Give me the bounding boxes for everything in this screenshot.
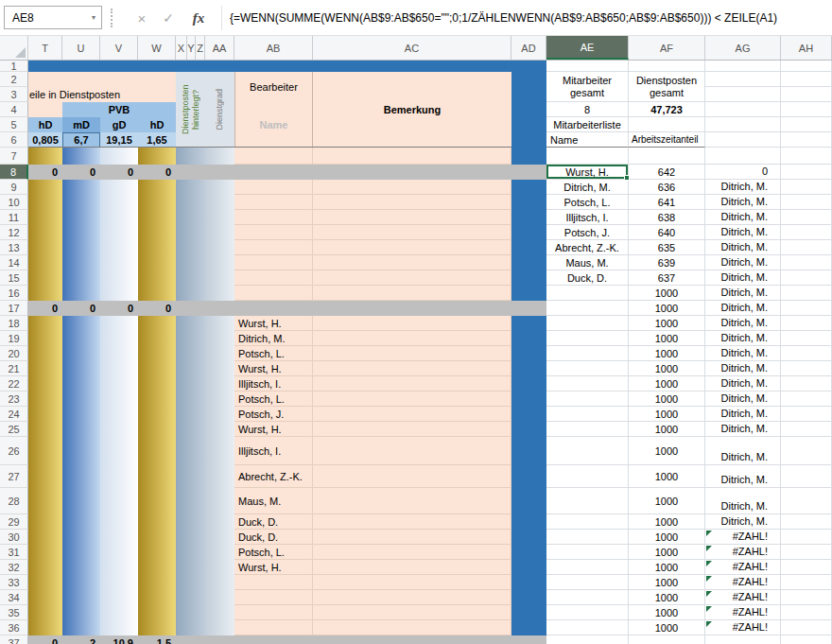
cell-U26[interactable]: [62, 437, 100, 465]
cell-U24[interactable]: [62, 407, 100, 422]
fill-handle[interactable]: [624, 175, 630, 181]
cell-AH18[interactable]: [781, 316, 832, 331]
cell-V9[interactable]: [100, 180, 138, 195]
cell-AC19[interactable]: [313, 331, 511, 346]
formula-bar-splitter[interactable]: [111, 9, 113, 27]
cell-AF17[interactable]: 1000: [629, 301, 705, 316]
subtotal-band-row-8[interactable]: 0000: [28, 165, 546, 180]
cell-AC13[interactable]: [313, 240, 511, 255]
cell-V11[interactable]: [100, 210, 138, 225]
cell-AD31[interactable]: [511, 545, 546, 560]
row-header-9[interactable]: 9: [0, 180, 28, 195]
cell-left-row1[interactable]: [28, 61, 546, 72]
cell-AC29[interactable]: [313, 514, 511, 530]
cell-AG31[interactable]: #ZAHL!: [705, 545, 781, 560]
cell-U23[interactable]: [62, 392, 100, 407]
cell-W16[interactable]: [138, 286, 176, 301]
cell-V10[interactable]: [100, 195, 138, 210]
cell-W10[interactable]: [138, 195, 176, 210]
cell-U7[interactable]: [62, 148, 100, 165]
cell-XYZ16[interactable]: [176, 286, 205, 301]
cell-AD25[interactable]: [511, 422, 546, 437]
formula-input[interactable]: {=WENN(SUMME(WENN(AB$9:AB$650="";0;1/ZÄH…: [230, 0, 832, 36]
cell-U22[interactable]: [62, 376, 100, 392]
row-header-5[interactable]: 5: [0, 117, 28, 132]
cell-AE15[interactable]: Duck, D.: [546, 270, 629, 286]
cell-AH15[interactable]: [781, 270, 832, 286]
band-cell-V8[interactable]: 0: [100, 165, 138, 180]
cell-AH7[interactable]: [781, 148, 832, 165]
cell-T24[interactable]: [28, 407, 62, 422]
cell-AC32[interactable]: [313, 560, 511, 575]
cell-V21[interactable]: [100, 361, 138, 376]
cell-AG23[interactable]: Ditrich, M.: [705, 392, 781, 407]
cell-AG2[interactable]: [705, 72, 781, 87]
cell-AA16[interactable]: [205, 286, 234, 301]
cell-AB19[interactable]: Ditrich, M.: [234, 331, 313, 346]
cell-zeile-in-dienstposten[interactable]: eile in Dienstposten: [28, 72, 176, 102]
cell-AB14[interactable]: [234, 255, 313, 270]
band-cell-U8[interactable]: 0: [62, 165, 100, 180]
cell-AB18[interactable]: Wurst, H.: [234, 316, 313, 331]
cell-AB16[interactable]: [234, 286, 313, 301]
cell-AG20[interactable]: Ditrich, M.: [705, 346, 781, 361]
cell-XYZ35[interactable]: [176, 605, 205, 620]
cell-XYZ22[interactable]: [176, 376, 205, 392]
cell-AD26[interactable]: [511, 437, 546, 465]
cell-AB36[interactable]: [234, 620, 313, 635]
cell-W15[interactable]: [138, 270, 176, 286]
cell-XYZ9[interactable]: [176, 180, 205, 195]
cell-AG10[interactable]: Ditrich, M.: [705, 195, 781, 210]
cell-AG16[interactable]: Ditrich, M.: [705, 286, 781, 301]
cancel-icon[interactable]: ×: [130, 0, 153, 36]
cell-XYZ19[interactable]: [176, 331, 205, 346]
band-cell-T8[interactable]: 0: [28, 165, 62, 180]
cell-AD23[interactable]: [511, 392, 546, 407]
cell-AC22[interactable]: [313, 376, 511, 392]
cell-AH21[interactable]: [781, 361, 832, 376]
grade-value-gd-cell[interactable]: 19,15: [100, 132, 138, 148]
cell-AH17[interactable]: [781, 301, 832, 316]
cell-AB12[interactable]: [234, 225, 313, 240]
cell-AD20[interactable]: [511, 346, 546, 361]
row-header-36[interactable]: 36: [0, 620, 28, 635]
cell-AG37[interactable]: [705, 635, 781, 644]
cell-V26[interactable]: [100, 437, 138, 465]
cell-T9[interactable]: [28, 180, 62, 195]
cell-V18[interactable]: [100, 316, 138, 331]
cell-AA23[interactable]: [205, 392, 234, 407]
cell-AH2[interactable]: [781, 72, 832, 87]
cell-AE28[interactable]: [546, 488, 629, 514]
row-header-32[interactable]: 32: [0, 560, 28, 575]
row-header-8[interactable]: 8: [0, 165, 28, 180]
cell-U9[interactable]: [62, 180, 100, 195]
cell-AC26[interactable]: [313, 437, 511, 465]
cell-XYZ24[interactable]: [176, 407, 205, 422]
cell-AC28[interactable]: [313, 488, 511, 514]
cell-AF9[interactable]: 636: [629, 180, 705, 195]
cell-T19[interactable]: [28, 331, 62, 346]
column-header-AA[interactable]: AA: [205, 36, 234, 60]
cell-AE8[interactable]: Wurst, H.: [546, 165, 629, 180]
cell-AC9[interactable]: [313, 180, 511, 195]
column-header-AC[interactable]: AC: [313, 36, 511, 60]
cell-AB27[interactable]: Abrecht, Z.-K.: [234, 465, 313, 488]
cell-AE16[interactable]: [546, 286, 629, 301]
cell-AC11[interactable]: [313, 210, 511, 225]
cell-AA7[interactable]: [205, 148, 234, 165]
cell-AE11[interactable]: Illjitsch, I.: [546, 210, 629, 225]
column-header-AE[interactable]: AE: [546, 36, 629, 60]
cell-AA28[interactable]: [205, 488, 234, 514]
cell-AE32[interactable]: [546, 560, 629, 575]
column-header-Z[interactable]: Z: [196, 36, 205, 60]
cell-AA33[interactable]: [205, 575, 234, 590]
grade-header-gd-cell[interactable]: gD: [100, 117, 138, 132]
grade-value-hd1-cell[interactable]: 0,805: [28, 132, 62, 148]
column-header-W[interactable]: W: [138, 36, 176, 60]
cell-AH28[interactable]: [781, 488, 832, 514]
cell-AF32[interactable]: 1000: [629, 560, 705, 575]
cell-XYZ27[interactable]: [176, 465, 205, 488]
row-header-14[interactable]: 14: [0, 255, 28, 270]
cell-AG26[interactable]: Ditrich, M.: [705, 437, 781, 465]
row-header-7[interactable]: 7: [0, 148, 28, 165]
